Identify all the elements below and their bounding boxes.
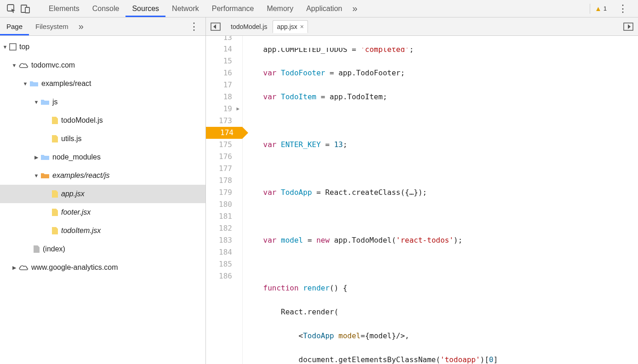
navigator-menu-icon[interactable]: ⋮ — [182, 21, 205, 33]
file-tab-label: todoModel.js — [231, 23, 267, 30]
code-line: var model = new app.TodoModel('react-tod… — [245, 234, 498, 246]
document-file-icon — [33, 245, 40, 253]
tree-label: examples/react/js — [52, 171, 110, 180]
line-number[interactable]: 177 — [206, 163, 232, 175]
line-number[interactable]: 14 — [206, 43, 232, 55]
code-line: React.render( — [245, 306, 498, 318]
navigator-tab-page[interactable]: Page — [0, 17, 29, 35]
devtools-menu-icon[interactable]: ⋮ — [614, 3, 632, 15]
tab-network[interactable]: Network — [165, 0, 205, 17]
tab-elements[interactable]: Elements — [42, 0, 86, 17]
tree-folder-js[interactable]: ▼ js — [0, 93, 205, 111]
line-number[interactable]: 16 — [206, 67, 232, 79]
code-line — [245, 163, 498, 175]
folder-icon — [40, 172, 50, 179]
tree-file-todoItem[interactable]: todoItem.jsx — [0, 222, 205, 240]
frame-icon — [9, 43, 17, 51]
line-number[interactable]: 179 — [206, 187, 232, 199]
navigator-tab-filesystem[interactable]: Filesystem — [29, 17, 75, 35]
tree-label: top — [19, 43, 29, 51]
tree-folder-examples-react[interactable]: ▼ examples/react — [0, 74, 205, 93]
js-file-icon — [51, 190, 58, 198]
tree-label: (index) — [43, 245, 65, 253]
line-number[interactable]: 175 — [206, 139, 232, 151]
tree-file-todoModel[interactable]: todoModel.js — [0, 111, 205, 130]
disclosure-icon: ▶ — [11, 265, 17, 271]
folder-icon — [40, 154, 50, 161]
disclosure-icon: ▼ — [2, 44, 8, 50]
js-file-icon — [51, 227, 58, 235]
tree-top-frame[interactable]: ▼ top — [0, 38, 205, 56]
sources-subbar: Page Filesystem » ⋮ todoModel.js app.jsx… — [0, 17, 638, 36]
line-number[interactable]: 176 — [206, 151, 232, 163]
line-number[interactable]: 178 — [206, 175, 232, 187]
code-line — [245, 210, 498, 222]
line-number[interactable]: 17 — [206, 79, 232, 91]
tree-label: todoItem.jsx — [61, 227, 101, 235]
code-area[interactable]: app.COMPLETED_TODOS = 'completed'; var T… — [243, 36, 498, 364]
gutter[interactable]: 13 14 15 16 17 18 19▶ 173 174 175 176 17… — [206, 36, 243, 364]
tree-label: utils.js — [61, 135, 81, 143]
folder-icon — [40, 98, 50, 106]
svg-rect-5 — [10, 44, 16, 50]
tree-domain-todomvc[interactable]: ▼ todomvc.com — [0, 56, 205, 74]
tree-label: www.google-analytics.com — [31, 263, 118, 272]
line-number[interactable]: 18 — [206, 91, 232, 103]
line-number[interactable]: 186 — [206, 270, 232, 282]
device-toolbar-icon[interactable] — [19, 3, 31, 15]
line-number[interactable]: 173 — [206, 115, 232, 127]
line-number[interactable]: 181 — [206, 210, 232, 222]
fold-marker-icon[interactable]: ▶ — [236, 103, 239, 115]
tab-memory[interactable]: Memory — [260, 0, 300, 17]
tree-label: node_modules — [52, 153, 101, 161]
tree-file-index[interactable]: (index) — [0, 240, 205, 258]
line-number[interactable]: 13 — [206, 36, 232, 43]
tree-domain-ga[interactable]: ▶ www.google-analytics.com — [0, 258, 205, 277]
tree-file-app[interactable]: app.jsx — [0, 185, 205, 203]
code-line: function render() { — [245, 282, 498, 294]
devtools-top-tabs: Elements Console Sources Network Perform… — [0, 0, 638, 17]
more-tabs-icon[interactable]: » — [348, 3, 361, 14]
breakpoint-line-number[interactable]: 174 — [206, 127, 242, 139]
js-file-icon — [51, 208, 58, 216]
warnings-badge[interactable]: ▲ 1 — [590, 4, 611, 14]
tab-application[interactable]: Application — [300, 0, 348, 17]
tree-label: examples/react — [41, 80, 91, 88]
line-number[interactable]: 19▶ — [206, 103, 232, 115]
code-line: var ENTER_KEY = 13; — [245, 139, 498, 151]
navigator-tabs: Page Filesystem » ⋮ — [0, 17, 206, 35]
inspect-element-icon[interactable] — [6, 3, 17, 15]
line-number[interactable]: 185 — [206, 258, 232, 270]
file-tab-todoModel[interactable]: todoModel.js — [227, 20, 271, 33]
line-number[interactable]: 183 — [206, 234, 232, 246]
tab-performance[interactable]: Performance — [205, 0, 261, 17]
line-number[interactable]: 184 — [206, 246, 232, 258]
line-number[interactable]: 15 — [206, 55, 232, 67]
tree-label: todoModel.js — [61, 116, 103, 125]
line-number[interactable]: 180 — [206, 199, 232, 210]
tree-file-utils[interactable]: utils.js — [0, 130, 205, 148]
cloud-icon — [18, 62, 28, 69]
tab-console[interactable]: Console — [86, 0, 126, 17]
tree-file-footer[interactable]: footer.jsx — [0, 203, 205, 222]
code-line: app.COMPLETED_TODOS = 'completed'; — [245, 48, 498, 55]
toggle-debugger-icon[interactable] — [622, 21, 634, 32]
disclosure-icon: ▶ — [33, 154, 40, 160]
toggle-navigator-icon[interactable] — [210, 21, 222, 32]
line-number[interactable]: 182 — [206, 222, 232, 234]
code-line: document.getElementsByClassName('todoapp… — [245, 354, 498, 364]
more-navigator-tabs-icon[interactable]: » — [75, 21, 87, 32]
disclosure-icon: ▼ — [33, 173, 40, 178]
code-line: var TodoFooter = app.TodoFooter; — [245, 67, 498, 79]
close-icon[interactable]: × — [300, 23, 304, 30]
code-editor[interactable]: 13 14 15 16 17 18 19▶ 173 174 175 176 17… — [206, 36, 638, 364]
tab-sources[interactable]: Sources — [125, 0, 165, 17]
disclosure-icon: ▼ — [11, 63, 17, 68]
js-file-icon — [51, 116, 58, 125]
warning-count: 1 — [604, 5, 607, 12]
editor-tabstrip: todoModel.js app.jsx × — [206, 17, 638, 35]
tree-folder-examples-react-js[interactable]: ▼ examples/react/js — [0, 166, 205, 185]
file-tab-app[interactable]: app.jsx × — [273, 20, 308, 33]
tree-folder-node-modules[interactable]: ▶ node_modules — [0, 148, 205, 166]
cloud-icon — [18, 264, 28, 271]
